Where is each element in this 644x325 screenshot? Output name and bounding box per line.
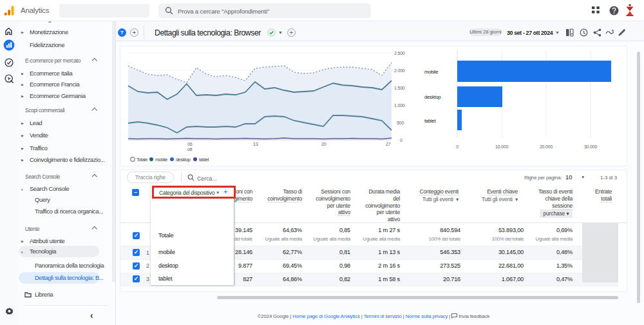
svg-text:20.000: 20.000 [540,144,553,149]
svg-text:1.500: 1.500 [394,86,405,90]
svg-text:desktop: desktop [424,94,441,100]
svg-text:tablet: tablet [199,157,209,162]
svg-text:30.000: 30.000 [584,144,598,149]
svg-text:desktop: desktop [176,157,191,162]
svg-text:27: 27 [386,142,391,146]
svg-text:13: 13 [253,142,258,146]
svg-text:ott: ott [187,147,192,152]
svg-text:20: 20 [321,142,327,146]
svg-text:mobile: mobile [424,69,438,75]
svg-text:10.000: 10.000 [495,144,509,149]
svg-text:06: 06 [187,142,193,146]
svg-text:tablet: tablet [424,118,436,124]
svg-text:2.000: 2.000 [394,68,405,73]
svg-text:0: 0 [400,138,402,143]
svg-text:0: 0 [456,144,459,149]
svg-text:Totale: Totale [137,157,147,162]
svg-text:500: 500 [397,121,404,125]
svg-text:mobile: mobile [155,157,167,162]
svg-text:2.500: 2.500 [394,51,405,55]
svg-text:1.000: 1.000 [394,103,405,108]
